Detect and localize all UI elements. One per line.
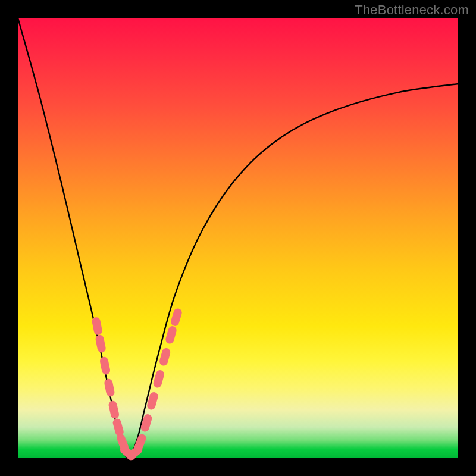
bead (165, 325, 178, 345)
bead (112, 418, 124, 437)
svg-rect-0 (91, 317, 103, 336)
bead (170, 308, 183, 327)
plot-area (18, 18, 458, 458)
bead (95, 334, 107, 353)
svg-rect-5 (112, 418, 124, 437)
bead (108, 400, 120, 419)
curve-layer (18, 18, 458, 458)
bottleneck-curve-path (18, 18, 458, 458)
bead (91, 317, 103, 336)
bottleneck-curve (18, 18, 458, 458)
bead (104, 378, 115, 397)
svg-rect-2 (99, 356, 111, 375)
svg-rect-3 (104, 378, 115, 397)
bead (158, 347, 171, 367)
svg-rect-1 (95, 334, 107, 353)
chart-frame: TheBottleneck.com (0, 0, 476, 476)
watermark-text: TheBottleneck.com (355, 2, 469, 18)
svg-rect-13 (158, 347, 171, 367)
svg-rect-15 (170, 308, 183, 327)
svg-rect-4 (108, 400, 120, 419)
bead (133, 433, 148, 453)
bead (99, 356, 111, 375)
svg-rect-14 (165, 325, 178, 345)
svg-rect-9 (133, 433, 148, 453)
